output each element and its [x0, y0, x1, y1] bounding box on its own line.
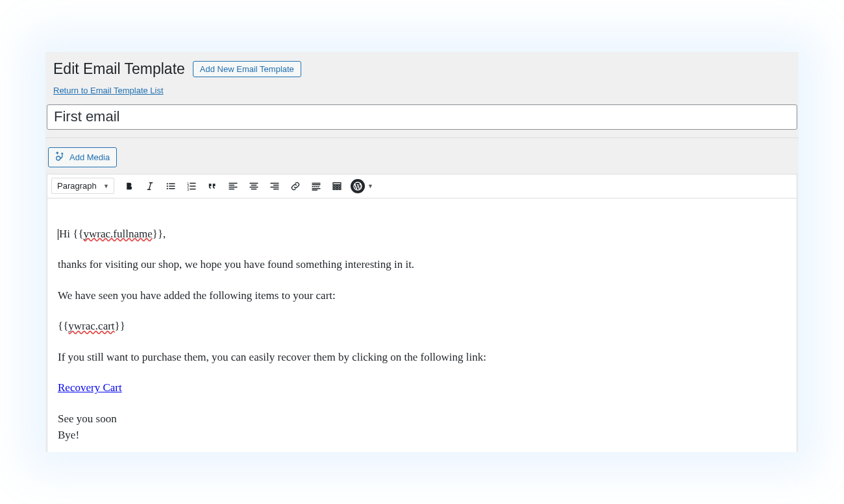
return-to-list-link[interactable]: Return to Email Template List — [53, 86, 164, 95]
svg-point-0 — [56, 156, 60, 160]
svg-rect-34 — [333, 186, 335, 187]
template-title-input[interactable] — [47, 104, 797, 130]
svg-rect-39 — [339, 188, 341, 189]
bold-button[interactable] — [119, 177, 139, 195]
svg-point-5 — [167, 186, 168, 187]
format-select[interactable]: Paragraph — [51, 178, 114, 194]
svg-point-6 — [167, 187, 168, 189]
add-media-label: Add Media — [69, 152, 110, 162]
link-button[interactable] — [286, 177, 305, 195]
content-line-2: thanks for visiting our shop, we hope yo… — [58, 256, 786, 273]
content-line-5: If you still want to purchase them, you … — [58, 349, 786, 366]
toolbar-more-caret-icon[interactable]: ▼ — [367, 183, 373, 189]
svg-line-3 — [149, 182, 151, 189]
content-line-7: See you soon — [58, 411, 786, 427]
align-center-button[interactable] — [244, 177, 264, 195]
toolbar-toggle-button[interactable] — [327, 177, 347, 195]
svg-point-4 — [167, 183, 168, 184]
media-icon — [54, 150, 66, 164]
wp-badge-icon[interactable] — [351, 179, 365, 193]
recovery-cart-link[interactable]: Recovery Cart — [58, 381, 122, 394]
content-line-1: Hi {{ywrac.fullname}}, — [58, 226, 786, 243]
svg-rect-35 — [336, 186, 338, 187]
svg-rect-38 — [336, 188, 338, 189]
content-line-8: Bye! — [58, 427, 786, 444]
align-right-button[interactable] — [265, 177, 284, 195]
numbered-list-button[interactable]: 123 — [182, 177, 201, 195]
content-line-4: {{ywrac.cart}} — [58, 318, 786, 335]
read-more-button[interactable] — [306, 177, 326, 195]
content-link-line: Recovery Cart — [58, 379, 786, 396]
svg-text:3: 3 — [187, 187, 189, 191]
svg-rect-36 — [339, 186, 341, 187]
page-title: Edit Email Template — [53, 60, 185, 79]
blockquote-button[interactable] — [203, 177, 222, 195]
editor-content[interactable]: Hi {{ywrac.fullname}}, thanks for visiti… — [47, 198, 797, 452]
add-media-button[interactable]: Add Media — [48, 147, 117, 167]
rich-text-editor: Paragraph 123 — [47, 174, 797, 452]
svg-rect-33 — [333, 182, 341, 184]
content-line-3: We have seen you have added the followin… — [58, 287, 786, 304]
italic-button[interactable] — [140, 177, 160, 195]
svg-rect-37 — [333, 188, 335, 189]
text-caret — [58, 229, 58, 240]
bullet-list-button[interactable] — [161, 177, 180, 195]
add-new-email-template-button[interactable]: Add New Email Template — [193, 61, 301, 77]
align-left-button[interactable] — [223, 177, 243, 195]
editor-toolbar: Paragraph 123 — [47, 174, 797, 198]
